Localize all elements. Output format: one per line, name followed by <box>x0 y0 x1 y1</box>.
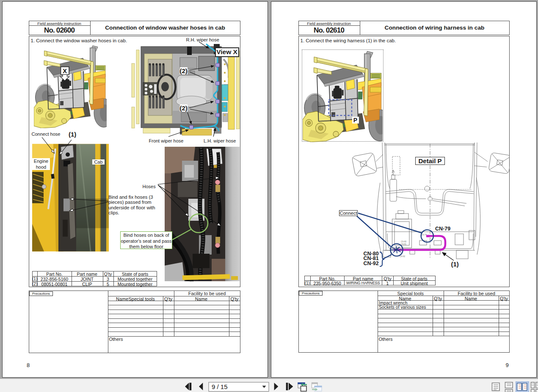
svg-text:CN-81: CN-81 <box>401 243 407 245</box>
svg-text:CN-79: CN-79 <box>421 234 427 236</box>
svg-text:CN-80: CN-80 <box>401 241 407 243</box>
svg-text:CN-92: CN-92 <box>400 255 406 258</box>
svg-text:X: X <box>63 67 67 74</box>
